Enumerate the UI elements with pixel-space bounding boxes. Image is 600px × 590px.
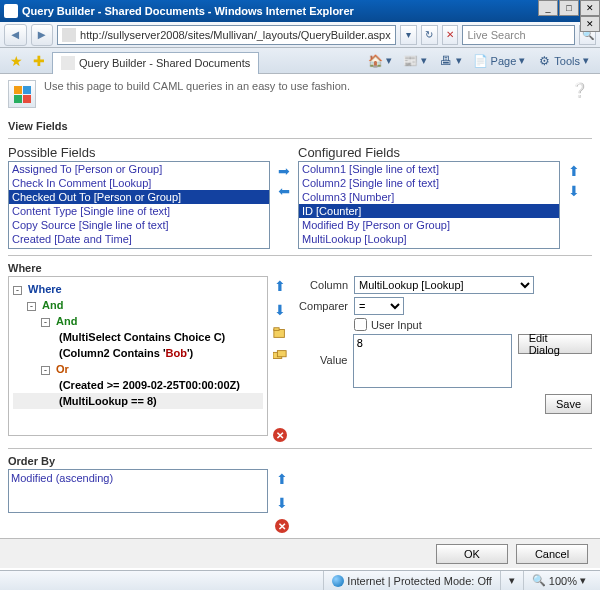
orderby-listbox[interactable]: Modified (ascending) (8, 469, 268, 513)
list-item[interactable]: Checked Out To [Person or Group] (9, 190, 269, 204)
list-item[interactable]: Column3 [Number] (299, 190, 559, 204)
orderby-item[interactable]: Modified (ascending) (11, 472, 265, 484)
divider (8, 138, 592, 139)
feeds-button[interactable]: 📰▾ (399, 51, 432, 71)
search-box[interactable]: Live Search (462, 25, 575, 45)
page-menu[interactable]: 📄Page ▾ (469, 51, 531, 71)
forward-button[interactable]: ► (31, 24, 54, 46)
collapse-icon[interactable]: - (41, 366, 50, 375)
list-item[interactable]: Modified By [Person or Group] (299, 218, 559, 232)
help-icon[interactable]: ❔ (567, 80, 592, 100)
refresh-button[interactable]: ↻ (421, 25, 438, 45)
condition-node-selected[interactable]: (MultiLookup == 8) (13, 393, 263, 409)
save-button[interactable]: Save (545, 394, 592, 414)
column-label: Column (298, 279, 348, 291)
cancel-button[interactable]: Cancel (516, 544, 588, 564)
list-item[interactable]: Content Type [Single line of text] (9, 204, 269, 218)
orderby-down-button[interactable]: ⬇ (274, 495, 290, 511)
list-item[interactable]: MultiLookup [Lookup] (299, 232, 559, 246)
orderby-delete-button[interactable]: ✕ (275, 519, 289, 533)
move-up-button[interactable]: ⬆ (566, 163, 582, 179)
divider (8, 448, 592, 449)
list-item[interactable]: ID [Counter] (299, 204, 559, 218)
comparer-select[interactable]: = (354, 297, 404, 315)
where-node-controls: ⬆ ⬇ ✕ (272, 276, 288, 442)
window-controls: _ □ ✕ (537, 0, 600, 16)
maximize-button[interactable]: □ (559, 0, 579, 16)
delete-node-button[interactable]: ✕ (273, 428, 287, 442)
favorites-icon[interactable]: ★ (6, 51, 26, 71)
page-header: Use this page to build CAML queries in a… (0, 74, 600, 114)
search-placeholder: Live Search (467, 29, 525, 41)
list-item[interactable]: Column2 [Single line of text] (299, 176, 559, 190)
back-button[interactable]: ◄ (4, 24, 27, 46)
list-item[interactable]: Column1 [Single line of text] (299, 162, 559, 176)
statusbar: Internet | Protected Mode: Off ▾ 🔍 100% … (0, 570, 600, 590)
minimize-button[interactable]: _ (538, 0, 558, 16)
address-bar[interactable]: http://sullyserver2008/sites/Mullivan/_l… (57, 25, 396, 45)
feed-icon: 📰 (404, 54, 418, 68)
orderby-controls: ⬆ ⬇ ✕ (274, 469, 290, 533)
move-down-button[interactable]: ⬇ (566, 183, 582, 199)
print-button[interactable]: 🖶▾ (434, 51, 467, 71)
add-group-icon[interactable] (273, 348, 287, 362)
tools-menu[interactable]: ⚙Tools ▾ (532, 51, 594, 71)
column-select[interactable]: MultiLookup [Lookup] (354, 276, 534, 294)
security-zone: Internet | Protected Mode: Off (323, 571, 500, 590)
edit-dialog-button[interactable]: Edit Dialog (518, 334, 592, 354)
comparer-label: Comparer (298, 300, 348, 312)
window-title: Query Builder - Shared Documents - Windo… (22, 5, 596, 17)
node-up-button[interactable]: ⬆ (272, 278, 288, 294)
move-left-button[interactable]: ➡ (276, 183, 292, 199)
tools-icon: ⚙ (537, 54, 551, 68)
tab-title: Query Builder - Shared Documents (79, 57, 250, 69)
move-right-button[interactable]: ➡ (276, 163, 292, 179)
where-form: Column MultiLookup [Lookup] Comparer = U… (292, 276, 592, 442)
page-logo (8, 80, 36, 108)
app-favicon (4, 4, 18, 18)
add-node-icon[interactable] (273, 326, 287, 340)
where-tree[interactable]: - Where - And - And (MultiSelect Contain… (8, 276, 268, 436)
ok-button[interactable]: OK (436, 544, 508, 564)
orderby-title: Order By (8, 455, 592, 467)
add-favorites-icon[interactable]: ✚ (29, 51, 49, 71)
fields-row: Possible Fields Assigned To [Person or G… (8, 145, 592, 249)
condition-node[interactable]: (MultiSelect Contains Choice C) (13, 329, 263, 345)
browser-tab[interactable]: Query Builder - Shared Documents (52, 52, 259, 74)
close-button[interactable]: ✕ (580, 0, 600, 16)
reorder-controls: ⬆ ⬇ (566, 145, 582, 199)
protected-mode-pane[interactable]: ▾ (500, 571, 523, 590)
zoom-pane[interactable]: 🔍 100% ▾ (523, 571, 594, 590)
page-description: Use this page to build CAML queries in a… (44, 80, 559, 92)
list-item[interactable]: Assigned To [Person or Group] (9, 162, 269, 176)
where-section: - Where - And - And (MultiSelect Contain… (8, 276, 592, 442)
home-icon: 🏠 (369, 54, 383, 68)
list-item[interactable]: Created [Date and Time] (9, 232, 269, 246)
user-input-label: User Input (371, 319, 422, 331)
collapse-icon[interactable]: - (13, 286, 22, 295)
value-textarea[interactable]: 8 (353, 334, 511, 388)
where-title: Where (8, 262, 592, 274)
user-input-checkbox[interactable] (354, 318, 367, 331)
condition-node[interactable]: (Column2 Contains 'Bob') (13, 345, 263, 361)
view-fields-title: View Fields (8, 120, 592, 132)
list-item[interactable]: Check In Comment [Lookup] (9, 176, 269, 190)
node-down-button[interactable]: ⬇ (272, 302, 288, 318)
orderby-up-button[interactable]: ⬆ (274, 471, 290, 487)
content-close-button[interactable]: ✕ (580, 16, 600, 32)
globe-icon (332, 575, 344, 587)
svg-rect-3 (277, 351, 286, 357)
transfer-controls: ➡ ➡ (276, 145, 292, 199)
home-button[interactable]: 🏠▾ (364, 51, 397, 71)
possible-fields-listbox[interactable]: Assigned To [Person or Group]Check In Co… (8, 161, 270, 249)
collapse-icon[interactable]: - (27, 302, 36, 311)
collapse-icon[interactable]: - (41, 318, 50, 327)
condition-node[interactable]: (Created >= 2009-02-25T00:00:00Z) (13, 377, 263, 393)
stop-button[interactable]: ✕ (442, 25, 459, 45)
list-item[interactable]: Copy Source [Single line of text] (9, 218, 269, 232)
configured-fields-label: Configured Fields (298, 145, 560, 160)
configured-fields-listbox[interactable]: Column1 [Single line of text]Column2 [Si… (298, 161, 560, 249)
url-dropdown[interactable]: ▾ (400, 25, 417, 45)
divider (8, 255, 592, 256)
page-icon: 📄 (474, 54, 488, 68)
